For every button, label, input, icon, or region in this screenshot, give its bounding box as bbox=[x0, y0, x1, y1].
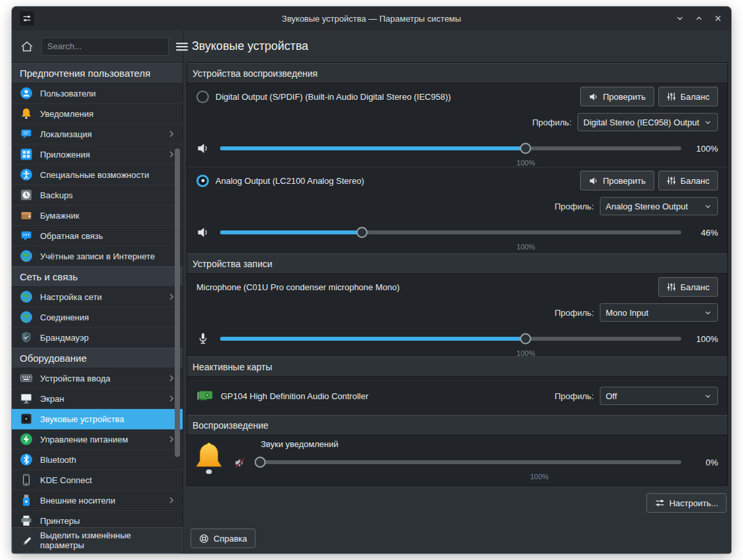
inactive-card-row: GP104 High Definition Audio Controller П… bbox=[187, 377, 727, 415]
sidebar-item-backups[interactable]: Backups bbox=[12, 185, 183, 205]
usb-drive-icon bbox=[20, 494, 33, 507]
slider-handle[interactable] bbox=[520, 334, 531, 345]
sidebar-list: Предпочтения пользователя Пользователи У… bbox=[12, 63, 183, 527]
profile-row: Профиль: Digital Stereo (IEC958) Output bbox=[187, 110, 727, 135]
maximize-icon[interactable] bbox=[694, 13, 704, 24]
power-icon bbox=[20, 433, 33, 446]
apps-grid-icon bbox=[20, 148, 33, 161]
profile-row: Профиль: Analog Stereo Output bbox=[187, 194, 727, 219]
globe-icon bbox=[20, 249, 33, 263]
sidebar-item-applications[interactable]: Приложения bbox=[12, 144, 183, 165]
sidebar-item-bluetooth[interactable]: Bluetooth bbox=[12, 450, 183, 470]
printer-icon bbox=[20, 514, 33, 527]
profile-dropdown[interactable]: Mono Input bbox=[600, 303, 718, 322]
volume-value: 0% bbox=[688, 458, 718, 467]
sidebar-item-network-settings[interactable]: Настройка сети bbox=[12, 287, 183, 307]
sidebar-group-header: Сеть и связь bbox=[12, 267, 183, 287]
profile-label: Профиль: bbox=[554, 391, 594, 401]
home-icon[interactable] bbox=[18, 38, 35, 55]
highlight-changed-settings-label: Выделить изменённые параметры bbox=[40, 530, 173, 550]
chevron-down-icon bbox=[704, 392, 712, 400]
slider-handle[interactable] bbox=[356, 227, 367, 238]
sidebar-item-label: Backups bbox=[40, 190, 73, 200]
volume-slider-row: 100% 100% bbox=[187, 135, 727, 167]
configure-button[interactable]: Настроить... bbox=[646, 493, 727, 513]
sidebar-item-label: Принтеры bbox=[40, 516, 80, 526]
minimize-icon[interactable] bbox=[675, 13, 685, 24]
volume-value: 100% bbox=[688, 144, 718, 154]
chevron-right-icon bbox=[167, 129, 176, 139]
test-button[interactable]: Проверить bbox=[580, 171, 654, 190]
sidebar-item-connections[interactable]: Соединения bbox=[12, 307, 183, 328]
sidebar-item-removable-media[interactable]: Внешние носители bbox=[12, 490, 183, 511]
notification-sounds-label: Звуки уведомлений bbox=[261, 439, 718, 452]
slider-handle[interactable] bbox=[520, 143, 531, 154]
monitor-icon bbox=[20, 392, 33, 405]
sidebar-toolbar bbox=[12, 30, 183, 63]
close-icon[interactable] bbox=[713, 13, 723, 24]
notification-volume-slider[interactable]: 100% bbox=[260, 452, 681, 472]
shield-icon bbox=[20, 331, 33, 344]
chevron-down-icon bbox=[704, 118, 712, 127]
slider-handle[interactable] bbox=[255, 457, 266, 468]
main-footer: Настроить... Справка bbox=[183, 486, 731, 553]
sidebar-item-label: Брандмауэр bbox=[40, 333, 89, 343]
sidebar-item-users[interactable]: Пользователи bbox=[12, 83, 183, 104]
audio-speaker-icon bbox=[20, 412, 33, 425]
sidebar-item-label: Пользователи bbox=[40, 89, 96, 98]
highlight-changed-settings-toggle[interactable]: Выделить изменённые параметры bbox=[12, 527, 183, 553]
sidebar-item-wallet[interactable]: Бумажник bbox=[12, 205, 183, 226]
sidebar-item-kde-connect[interactable]: KDE Connect bbox=[12, 470, 183, 490]
globe-icon bbox=[20, 311, 33, 324]
volume-slider[interactable]: 100% bbox=[220, 329, 681, 349]
device-row-microphone: Microphone (C01U Pro condenser microphon… bbox=[187, 274, 727, 300]
sidebar-item-input-devices[interactable]: Устройства ввода bbox=[12, 368, 183, 389]
sidebar-item-localization[interactable]: Локализация bbox=[12, 124, 183, 144]
sidebar-item-firewall[interactable]: Брандмауэр bbox=[12, 328, 183, 348]
profile-dropdown[interactable]: Analog Stereo Output bbox=[600, 197, 718, 215]
speaker-icon bbox=[196, 142, 210, 155]
volume-slider[interactable]: 100% bbox=[220, 223, 681, 242]
keyboard-icon bbox=[20, 372, 33, 385]
sidebar-item-feedback[interactable]: Обратная связь bbox=[12, 226, 183, 246]
notification-sounds-row: Звуки уведомлений 100% 0% bbox=[187, 435, 727, 485]
sidebar-item-label: Учётные записи в Интернете bbox=[40, 251, 155, 261]
sidebar-item-power-management[interactable]: Управление питанием bbox=[12, 429, 183, 450]
muted-speaker-icon[interactable] bbox=[233, 456, 246, 469]
search-input[interactable] bbox=[41, 37, 169, 56]
device-radio[interactable] bbox=[196, 91, 209, 103]
sidebar-item-online-accounts[interactable]: Учётные записи в Интернете bbox=[12, 246, 183, 267]
balance-button[interactable]: Баланс bbox=[658, 277, 718, 297]
sidebar-item-printers[interactable]: Принтеры bbox=[12, 511, 183, 527]
slider-100-marker: 100% bbox=[516, 159, 535, 167]
device-radio[interactable] bbox=[196, 175, 209, 187]
sidebar-item-label: Bluetooth bbox=[40, 455, 76, 465]
hamburger-icon[interactable] bbox=[175, 39, 189, 54]
volume-slider[interactable]: 100% bbox=[220, 139, 681, 158]
phone-icon bbox=[20, 473, 33, 486]
chevron-down-icon bbox=[704, 309, 712, 317]
sidebar-item-label: Соединения bbox=[40, 312, 89, 322]
profile-dropdown[interactable]: Off bbox=[600, 387, 718, 405]
sidebar-item-accessibility[interactable]: Специальные возможности bbox=[12, 165, 183, 185]
microphone-icon bbox=[196, 332, 210, 345]
sidebar-item-notifications[interactable]: Уведомления bbox=[12, 104, 183, 124]
help-button[interactable]: Справка bbox=[191, 528, 256, 548]
balance-button[interactable]: Баланс bbox=[658, 87, 718, 106]
inactive-cards-section-header: Неактивные карты bbox=[187, 356, 727, 377]
test-button[interactable]: Проверить bbox=[580, 87, 654, 106]
sidebar-scrollbar[interactable] bbox=[175, 148, 180, 457]
chevron-right-icon bbox=[167, 496, 176, 505]
sidebar-item-label: Внешние носители bbox=[40, 496, 115, 506]
sidebar-item-label: KDE Connect bbox=[40, 475, 92, 485]
sidebar-item-label: Звуковые устройства bbox=[40, 414, 124, 424]
profile-dropdown[interactable]: Digital Stereo (IEC958) Output bbox=[577, 113, 718, 131]
sidebar-item-audio[interactable]: Звуковые устройства bbox=[12, 409, 183, 429]
sidebar-item-label: Бумажник bbox=[40, 211, 79, 221]
balance-button[interactable]: Баланс bbox=[658, 171, 718, 190]
volume-slider-row: 100% 100% bbox=[187, 325, 727, 356]
sidebar-item-label: Экран bbox=[40, 394, 64, 404]
app-icon bbox=[20, 11, 34, 26]
sidebar-item-display[interactable]: Экран bbox=[12, 389, 183, 409]
sidebar-item-label: Уведомления bbox=[40, 109, 93, 119]
